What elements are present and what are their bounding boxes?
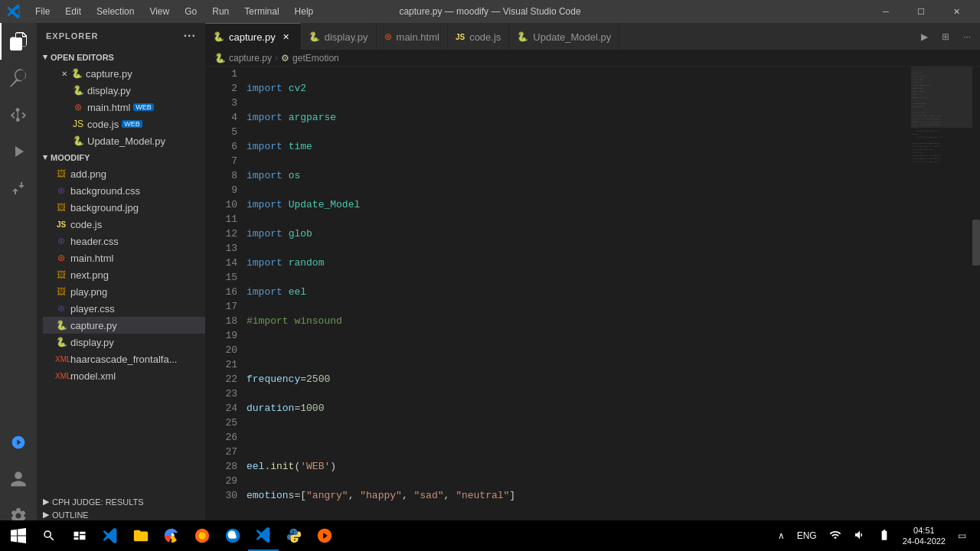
menu-terminal[interactable]: Terminal [238, 5, 285, 18]
sidebar-title: EXPLORER [46, 31, 99, 41]
file-main-html[interactable]: ⊛ main.html [43, 249, 205, 266]
taskbar-media-player[interactable] [309, 520, 340, 551]
start-button[interactable] [3, 520, 34, 551]
file-name: model.xml [70, 370, 116, 380]
tab-main-html[interactable]: ⊛ main.html [377, 23, 448, 50]
file-background-css[interactable]: ⊕ background.css [43, 182, 205, 199]
menu-file[interactable]: File [29, 5, 56, 18]
menu-run[interactable]: Run [206, 5, 235, 18]
tray-datetime[interactable]: 04:51 24-04-2022 [898, 523, 950, 549]
file-capture-py[interactable]: 🐍 capture.py [43, 317, 205, 334]
line-num-2: 2 [205, 81, 237, 96]
line-num-15: 15 [205, 270, 237, 285]
activity-accounts[interactable] [0, 461, 37, 497]
line-num-25: 25 [205, 416, 237, 430]
tab-update-model-py[interactable]: 🐍 Update_Model.py [509, 23, 619, 50]
close-button[interactable]: ✕ [939, 0, 974, 23]
code-content[interactable]: import cv2 import argparse import time i… [243, 67, 911, 534]
tab-capture-py[interactable]: 🐍 capture.py ✕ [205, 23, 301, 50]
file-add-png[interactable]: 🖼 add.png [43, 165, 205, 182]
taskbar-browser1[interactable] [156, 520, 187, 551]
menu-view[interactable]: View [143, 5, 175, 18]
menu-help[interactable]: Help [289, 5, 320, 18]
tab-bar: 🐍 capture.py ✕ 🐍 display.py ⊛ main.html … [205, 23, 980, 50]
activity-git[interactable] [0, 96, 37, 133]
taskbar-python[interactable] [279, 520, 309, 551]
open-editor-display-py[interactable]: 🐍 display.py [43, 82, 205, 99]
open-editor-capture-py[interactable]: ✕ 🐍 capture.py [43, 65, 205, 82]
menu-edit[interactable]: Edit [59, 5, 87, 18]
outline-section[interactable]: ▶ OUTLINE [37, 508, 205, 521]
open-editor-main-html[interactable]: ⊛ main.html WEB [43, 99, 205, 116]
tray-battery[interactable] [874, 527, 895, 545]
png-icon: 🖼 [55, 168, 67, 179]
file-name: add.png [70, 168, 106, 180]
cph-judge-section[interactable]: ▶ CPH JUDGE: RESULTS [37, 495, 205, 508]
open-editor-code-js[interactable]: JS code.js WEB [43, 116, 205, 132]
tray-network[interactable] [825, 527, 846, 545]
file-code-js[interactable]: JS code.js [43, 216, 205, 233]
tab-code-js[interactable]: JS code.js [448, 23, 509, 50]
menu-go[interactable]: Go [178, 5, 203, 18]
file-haarcascade[interactable]: XML haarcascade_frontalfa... [43, 350, 205, 367]
activity-run[interactable] [0, 133, 37, 170]
tab-py-icon: 🐍 [213, 31, 224, 42]
activity-extensions[interactable] [0, 170, 37, 207]
open-editor-update-model-py[interactable]: 🐍 Update_Model.py [43, 132, 205, 149]
vertical-scrollbar[interactable] [972, 67, 980, 534]
tray-show-desktop[interactable]: ▭ [953, 529, 971, 543]
file-model-xml[interactable]: XML model.xml [43, 367, 205, 380]
taskbar-firefox[interactable] [187, 520, 217, 551]
split-editor-button[interactable]: ⊞ [936, 27, 956, 47]
line-num-11: 11 [205, 212, 237, 227]
python-icon [286, 527, 302, 544]
taskbar-task-view[interactable] [64, 520, 95, 551]
scrollbar-thumb[interactable] [972, 220, 980, 266]
tray-volume[interactable] [849, 527, 871, 545]
code-editor[interactable]: 1 2 3 4 5 6 7 8 9 10 11 12 13 14 15 16 1… [205, 67, 980, 534]
sidebar-more-button[interactable]: ··· [184, 29, 196, 43]
file-display-py[interactable]: 🐍 display.py [43, 334, 205, 350]
file-player-css[interactable]: ⊕ player.css [43, 300, 205, 317]
taskbar-vscode[interactable] [95, 520, 126, 551]
taskbar-edge[interactable] [217, 520, 248, 551]
folder-icon [132, 527, 149, 544]
title-bar-left: File Edit Selection View Go Run Terminal… [6, 4, 319, 19]
taskbar-file-explorer[interactable] [126, 520, 156, 551]
more-actions-button[interactable]: ··· [957, 27, 977, 47]
open-editors-section[interactable]: ▾ OPEN EDITORS [37, 49, 205, 65]
maximize-button[interactable]: ☐ [903, 0, 939, 23]
file-play-png[interactable]: 🖼 play.png [43, 283, 205, 300]
activity-remote[interactable] [0, 424, 37, 461]
activity-search[interactable] [0, 60, 37, 96]
tab-display-py[interactable]: 🐍 display.py [301, 23, 377, 50]
menu-selection[interactable]: Selection [90, 5, 140, 18]
activity-explorer[interactable] [0, 23, 37, 60]
file-name: Update_Model.py [87, 135, 165, 147]
tab-close-button[interactable]: ✕ [280, 31, 292, 43]
file-background-jpg[interactable]: 🖼 background.jpg [43, 199, 205, 216]
code-line-7: import random [247, 256, 911, 270]
sidebar-header: EXPLORER ··· [37, 23, 205, 49]
tray-show-hidden[interactable]: ∧ [773, 529, 789, 543]
html-icon: ⊛ [72, 102, 84, 112]
minimize-button[interactable]: ─ [868, 0, 903, 23]
breadcrumb-symbol[interactable]: getEmotion [292, 53, 339, 64]
file-name: main.html [87, 102, 130, 113]
editor-area: 🐍 capture.py ✕ 🐍 display.py ⊛ main.html … [205, 23, 980, 534]
file-next-png[interactable]: 🖼 next.png [43, 266, 205, 283]
window-title: capture.py — moodify — Visual Studio Cod… [399, 6, 580, 17]
breadcrumb-file[interactable]: capture.py [229, 53, 272, 64]
close-icon[interactable]: ✕ [61, 70, 67, 78]
run-button[interactable]: ▶ [914, 27, 934, 47]
line-num-17: 17 [205, 299, 237, 314]
file-name: header.css [70, 236, 119, 247]
breadcrumb-py-icon: 🐍 [214, 53, 226, 64]
line-num-30: 30 [205, 488, 237, 503]
taskbar-vscode2[interactable] [248, 520, 279, 551]
moodify-section[interactable]: ▾ MOODIFY [37, 149, 205, 165]
file-name: background.css [70, 185, 140, 197]
tray-language[interactable]: ENG [792, 529, 822, 543]
file-header-css[interactable]: ⊕ header.css [43, 233, 205, 249]
taskbar-search[interactable] [34, 520, 64, 551]
